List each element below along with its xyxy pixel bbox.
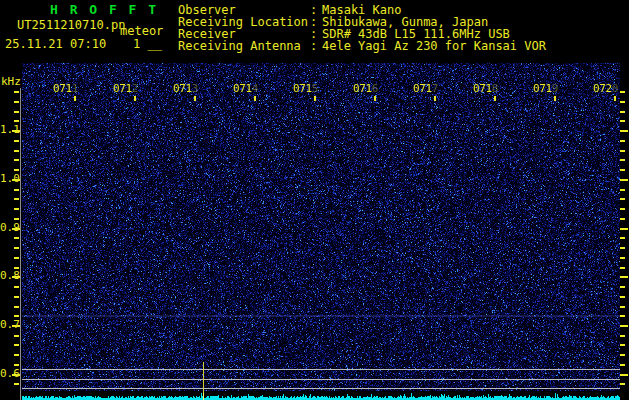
info-label: Receiving Antenna: [178, 40, 310, 52]
freq-major-tick: [620, 374, 628, 376]
freq-minor-tick: [14, 315, 19, 317]
freq-minor-tick: [620, 306, 625, 308]
datetime-label: 25.11.21 07:10: [5, 38, 106, 50]
freq-minor-tick: [14, 237, 19, 239]
time-label: 0717: [413, 83, 438, 94]
freq-minor-tick: [14, 364, 19, 366]
freq-minor-tick: [14, 169, 19, 171]
freq-minor-tick: [620, 247, 625, 249]
freq-minor-tick: [620, 101, 625, 103]
time-label: 0720: [593, 83, 618, 94]
datetime-suffix: 1 __: [133, 38, 162, 50]
freq-minor-tick: [14, 306, 19, 308]
freq-minor-tick: [14, 218, 19, 220]
freq-minor-tick: [14, 140, 19, 142]
spectrogram-canvas: [22, 63, 620, 400]
freq-minor-tick: [14, 247, 19, 249]
freq-minor-tick: [14, 101, 19, 103]
freq-minor-tick: [620, 169, 625, 171]
freq-minor-tick: [620, 267, 625, 269]
time-tick: [134, 96, 136, 101]
filename-label: UT2511210710.pn: [17, 19, 125, 31]
time-tick-label-minute: 3: [192, 82, 198, 95]
time-label: 0712: [113, 83, 138, 94]
freq-minor-tick: [620, 296, 625, 298]
freq-minor-tick: [14, 150, 19, 152]
app-title: H R O F F T: [50, 3, 158, 16]
freq-major-tick: [620, 276, 628, 278]
freq-minor-tick: [14, 257, 19, 259]
freq-minor-tick: [14, 120, 19, 122]
station-info-row: Receiving Antenna:4ele Yagi Az 230 for K…: [178, 40, 546, 52]
freq-minor-tick: [14, 91, 19, 93]
freq-minor-tick: [14, 267, 19, 269]
time-label: 0718: [473, 83, 498, 94]
time-label: 0719: [533, 83, 558, 94]
station-info: Observer:Masaki KanoReceiving Location:S…: [178, 4, 546, 52]
freq-minor-tick: [14, 111, 19, 113]
freq-major-tick: [620, 228, 628, 230]
freq-minor-tick: [620, 344, 625, 346]
freq-minor-tick: [620, 364, 625, 366]
time-tick: [554, 96, 556, 101]
freq-minor-tick: [620, 383, 625, 385]
time-tick: [434, 96, 436, 101]
mode-label: meteor: [120, 25, 163, 37]
time-tick-label-minute: 9: [552, 82, 558, 95]
time-tick-label: 071: [353, 82, 372, 95]
time-label: 0711: [53, 83, 78, 94]
freq-major-tick: [620, 179, 628, 181]
freq-minor-tick: [620, 208, 625, 210]
time-tick: [314, 96, 316, 101]
time-tick-label: 072: [593, 82, 612, 95]
freq-minor-tick: [14, 344, 19, 346]
time-tick-label: 071: [113, 82, 132, 95]
freq-minor-tick: [14, 189, 19, 191]
time-tick-label-minute: 1: [72, 82, 78, 95]
freq-minor-tick: [14, 198, 19, 200]
time-label: 0715: [293, 83, 318, 94]
freq-major-tick: [12, 374, 20, 376]
freq-minor-tick: [14, 296, 19, 298]
freq-minor-tick: [620, 257, 625, 259]
freq-minor-tick: [620, 198, 625, 200]
freq-major-tick: [12, 130, 20, 132]
time-tick-label: 071: [533, 82, 552, 95]
time-tick-label: 071: [413, 82, 432, 95]
freq-minor-tick: [620, 189, 625, 191]
time-tick-label: 071: [53, 82, 72, 95]
freq-minor-tick: [620, 111, 625, 113]
time-tick-label: 071: [293, 82, 312, 95]
time-tick: [74, 96, 76, 101]
freq-minor-tick: [620, 140, 625, 142]
freq-major-tick: [12, 325, 20, 327]
freq-minor-tick: [620, 120, 625, 122]
freq-minor-tick: [14, 335, 19, 337]
time-tick-label-minute: 4: [252, 82, 258, 95]
time-tick-label-minute: 7: [432, 82, 438, 95]
freq-minor-tick: [620, 91, 625, 93]
freq-major-tick: [12, 228, 20, 230]
freq-axis-line: [20, 88, 21, 400]
freq-minor-tick: [14, 354, 19, 356]
time-tick-label-minute: 2: [132, 82, 138, 95]
time-tick-label-minute: 5: [312, 82, 318, 95]
freq-major-tick: [620, 325, 628, 327]
time-tick-label-minute: 6: [372, 82, 378, 95]
time-tick-label: 071: [233, 82, 252, 95]
freq-minor-tick: [620, 150, 625, 152]
freq-minor-tick: [14, 286, 19, 288]
time-tick: [194, 96, 196, 101]
freq-minor-tick: [14, 208, 19, 210]
time-tick: [254, 96, 256, 101]
time-tick: [494, 96, 496, 101]
freq-major-tick: [12, 179, 20, 181]
info-value: 4ele Yagi Az 230 for Kansai VOR: [322, 40, 546, 52]
freq-minor-tick: [620, 159, 625, 161]
freq-minor-tick: [620, 237, 625, 239]
time-label: 0716: [353, 83, 378, 94]
time-tick-label-minute: 8: [492, 82, 498, 95]
freq-minor-tick: [14, 159, 19, 161]
hrofft-screen: H R O F F T UT2511210710.pn meteor 25.11…: [0, 0, 629, 400]
freq-major-tick: [620, 130, 628, 132]
